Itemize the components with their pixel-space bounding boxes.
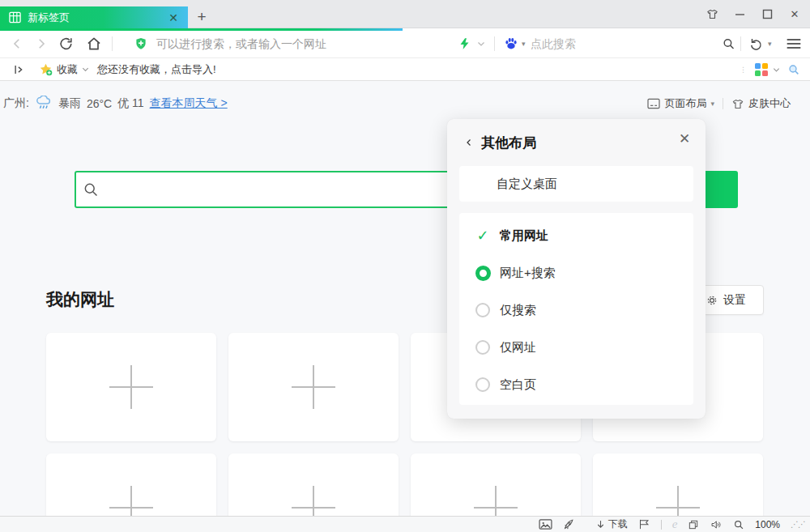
close-button[interactable]: ✕ [786,6,804,23]
weather-condition: 暴雨 [58,96,81,111]
tab-bar: 新标签页 ✕ + ✕ [0,0,810,28]
nav-divider [112,36,113,51]
favorites-chevron-icon [81,65,90,74]
skin-center-label: 皮肤中心 [748,96,791,111]
layout-options-list: ✓ 常用网址 网址+搜索 仅搜索 仅网址 空白页 [459,213,693,405]
window-mode-icon[interactable] [688,519,699,530]
resize-grip[interactable]: ⋰⋰ [791,520,805,529]
add-site-card[interactable] [411,453,581,516]
radio-icon [475,340,490,355]
nav-divider [494,36,495,51]
bookmarks-bar: 收藏 您还没有收藏，点击导入! ⋮ [0,58,810,81]
bookmarks-grip-icon: ⋮ [740,66,747,74]
maximize-button[interactable] [758,6,776,23]
custom-desktop-option[interactable]: 自定义桌面 [459,166,693,202]
app-center-icon[interactable] [755,63,768,76]
radio-icon [475,377,490,392]
plus-icon [292,486,335,516]
add-site-card[interactable] [593,453,763,516]
weather-week-link[interactable]: 查看本周天气 > [150,96,228,111]
page-layout-button[interactable]: 页面布局 ▾ [647,96,714,111]
popup-close-icon[interactable]: ✕ [675,129,694,148]
option-blank-page[interactable]: 空白页 [459,366,693,403]
shirt-icon [731,98,744,110]
radio-icon [475,303,490,317]
sidebar-toggle-icon[interactable] [13,63,25,75]
plus-icon [474,486,518,516]
status-divider [661,520,662,530]
weather-temperature: 26°C [87,97,112,110]
zoom-level[interactable]: 100% [755,519,780,530]
back-button[interactable] [10,36,24,51]
turbo-dropdown-chevron-icon[interactable] [476,39,486,49]
menu-icon[interactable] [786,37,802,50]
tab-accent-line [0,28,403,31]
popup-back-icon[interactable] [462,135,476,150]
settings-label: 设置 [723,293,746,308]
forward-button[interactable] [34,36,49,51]
page-layout-caret-icon: ▾ [710,100,714,108]
zoom-icon[interactable] [733,519,744,530]
refresh-button[interactable] [58,36,74,51]
add-site-card[interactable] [228,453,399,516]
favorites-star-icon [39,62,53,76]
search-engine-caret-icon[interactable]: ▾ [522,40,526,48]
quick-search-hint[interactable]: 点此搜索 [531,29,576,58]
speaker-icon[interactable] [710,519,723,530]
tab-close-icon[interactable]: ✕ [164,8,183,28]
skin-center-button[interactable]: 皮肤中心 [731,96,791,111]
option-search-only[interactable]: 仅搜索 [459,292,693,329]
tools-divider [723,98,723,109]
boost-rocket-icon[interactable] [563,518,575,530]
download-arrow-icon [595,519,606,530]
plus-icon [109,486,153,516]
turbo-bolt-icon[interactable] [458,36,471,50]
minimize-button[interactable] [731,6,748,23]
find-apps-icon[interactable] [787,63,800,76]
add-site-card[interactable] [46,453,216,516]
plus-icon [109,365,153,409]
plus-icon [292,365,335,409]
layout-icon [647,98,660,109]
app-center-chevron-icon[interactable] [772,65,781,74]
ie-mode-icon[interactable]: e [672,518,678,530]
undo-caret-icon[interactable]: ▾ [768,40,772,48]
weather-city: 广州: [3,96,29,111]
search-icon[interactable] [722,36,735,50]
new-tab-button[interactable]: + [191,6,212,28]
page-tools: 页面布局 ▾ 皮肤中心 [647,92,791,115]
flag-icon[interactable] [638,518,650,530]
download-label: 下载 [608,517,628,531]
page-layout-label: 页面布局 [664,96,706,111]
navigation-bar: 可以进行搜索，或者输入一个网址 ▾ 点此搜索 ▾ [0,29,810,58]
option-sites-only[interactable]: 仅网址 [459,329,693,366]
download-button[interactable]: 下载 [595,517,628,531]
rain-cloud-icon [35,96,53,112]
weather-widget: 广州: 暴雨 26°C 优 11 查看本周天气 > [3,92,228,115]
security-shield-icon [134,36,148,51]
home-button[interactable] [86,36,102,52]
screenshot-icon[interactable] [539,518,552,530]
add-site-card[interactable] [46,333,216,441]
import-bookmarks-hint[interactable]: 您还没有收藏，点击导入! [97,58,216,81]
popup-title: 其他布局 [481,134,536,152]
skin-shirt-icon[interactable] [703,6,721,23]
status-bar: 下载 e 100% ⋰⋰ [0,516,810,532]
plus-icon [656,486,700,516]
favorites-label: 收藏 [57,62,78,77]
newtab-grid-icon [9,11,21,23]
tab-title: 新标签页 [28,11,164,25]
option-sites-plus-search[interactable]: 网址+搜索 [459,254,693,292]
favorites-button[interactable]: 收藏 [39,62,90,77]
add-site-card[interactable] [228,333,399,441]
address-bar[interactable]: 可以进行搜索，或者输入一个网址 [156,29,326,58]
undo-restore-icon[interactable] [748,36,763,51]
tab-new-page[interactable]: 新标签页 ✕ [0,6,188,28]
baidu-paw-icon[interactable] [504,36,518,51]
window-controls: ✕ [703,0,804,28]
option-common-sites[interactable]: ✓ 常用网址 [459,217,693,254]
check-icon: ✓ [476,227,488,245]
weather-air-quality: 优 11 [117,96,143,111]
radio-selected-icon [475,266,491,281]
my-sites-title: 我的网址 [46,288,114,311]
